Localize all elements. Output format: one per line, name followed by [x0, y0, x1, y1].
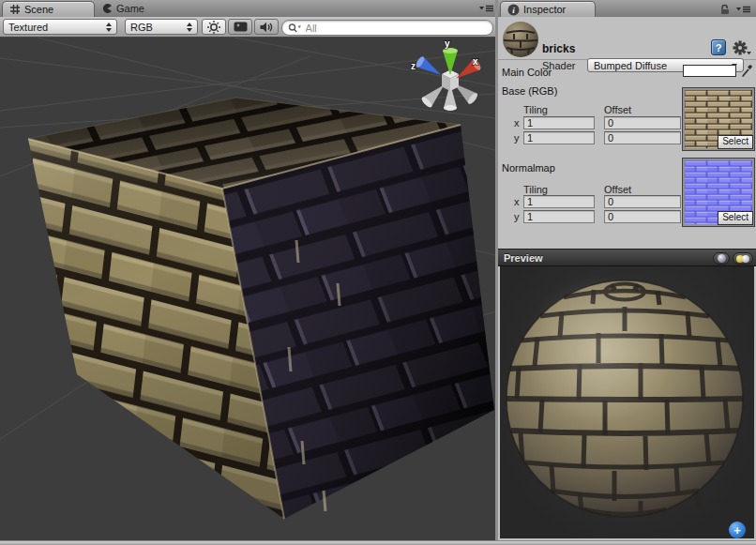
- normalmap-tiling-x-input[interactable]: [523, 195, 595, 208]
- preview-sphere: [500, 266, 754, 538]
- base-y-row-label: y: [514, 132, 520, 144]
- base-select-button[interactable]: Select: [718, 135, 753, 149]
- unity-editor-window: Scene Game Textured RGB: [0, 0, 756, 545]
- scene-lighting-toggle[interactable]: [202, 19, 226, 35]
- preview-title: Preview: [504, 252, 543, 264]
- window-bottom-edge: [0, 540, 756, 545]
- preview-mesh-button[interactable]: [713, 252, 730, 265]
- help-icon[interactable]: ?: [711, 39, 726, 55]
- gizmo-x-label: x: [473, 56, 478, 67]
- scene-grid-icon: [9, 4, 21, 15]
- normalmap-thumbnail[interactable]: Select: [683, 159, 754, 226]
- game-icon: [101, 3, 113, 14]
- normalmap-offset-y-input[interactable]: [604, 210, 681, 223]
- scene-tabbar: Scene Game: [0, 0, 495, 17]
- main-color-swatch[interactable]: [683, 65, 736, 77]
- inspector-menu-icon[interactable]: [736, 6, 750, 13]
- lock-icon[interactable]: [719, 4, 731, 14]
- tab-game[interactable]: Game: [101, 0, 144, 17]
- base-tiling-x-input[interactable]: [523, 116, 595, 129]
- tab-inspector[interactable]: i Inspector: [500, 1, 596, 17]
- brick-cube[interactable]: [28, 98, 494, 519]
- color-mode-dropdown[interactable]: RGB: [125, 19, 198, 35]
- tab-inspector-label: Inspector: [523, 4, 566, 15]
- updown-arrows-icon: [187, 23, 192, 32]
- normalmap-offset-header: Offset: [604, 184, 631, 195]
- gear-menu-icon[interactable]: [733, 40, 751, 56]
- scene-3d-view: y z x: [0, 38, 495, 540]
- inspector-tabbar: i Inspector: [498, 0, 756, 17]
- help-glyph: ?: [716, 42, 722, 53]
- scene-panel-menu-icon[interactable]: [479, 5, 493, 12]
- material-header: bricks Shader Bumped Diffuse ?: [498, 17, 756, 60]
- speaker-icon: [259, 21, 274, 34]
- image-icon: [234, 22, 248, 32]
- sphere-icon: [718, 254, 726, 263]
- normalmap-label: Normalmap: [502, 162, 555, 174]
- sun-icon: [206, 20, 221, 35]
- base-offset-x-input[interactable]: [604, 116, 681, 129]
- base-offset-header: Offset: [604, 104, 631, 115]
- normalmap-y-row-label: y: [514, 211, 520, 222]
- eyedropper-icon[interactable]: [741, 64, 753, 78]
- normalmap-tiling-header: Tiling: [523, 184, 548, 195]
- shader-value: Bumped Diffuse: [594, 60, 667, 71]
- add-button[interactable]: +: [729, 522, 746, 538]
- main-color-label: Main Color: [502, 67, 552, 78]
- tab-game-label: Game: [116, 3, 144, 14]
- scene-skybox-toggle[interactable]: [228, 19, 252, 35]
- white-light-icon: [742, 255, 749, 263]
- base-offset-y-input[interactable]: [604, 131, 681, 144]
- scene-panel: Scene Game Textured RGB: [0, 0, 495, 540]
- scene-audio-toggle[interactable]: [254, 19, 279, 35]
- updown-arrows-icon: [106, 23, 112, 32]
- normalmap-tiling-y-input[interactable]: [523, 210, 595, 223]
- tab-scene[interactable]: Scene: [2, 1, 95, 17]
- normalmap-select-button[interactable]: Select: [718, 211, 753, 225]
- base-texture-thumbnail[interactable]: Select: [683, 88, 754, 150]
- base-texture-label: Base (RGB): [502, 85, 557, 97]
- add-button-glyph: +: [733, 524, 741, 537]
- gizmo-y-label: y: [445, 38, 450, 49]
- base-tiling-y-input[interactable]: [523, 131, 595, 144]
- render-mode-value: Textured: [8, 22, 48, 33]
- scene-search-field[interactable]: [281, 20, 493, 36]
- info-icon: i: [507, 4, 520, 16]
- tab-scene-label: Scene: [24, 4, 53, 15]
- color-mode-value: RGB: [130, 22, 153, 33]
- gizmo-z-label: z: [411, 61, 416, 71]
- material-name: bricks: [542, 42, 575, 55]
- preview-header[interactable]: Preview: [498, 249, 756, 266]
- scene-toolbar: Textured RGB: [0, 17, 495, 38]
- base-tiling-header: Tiling: [523, 104, 548, 115]
- gizmo-y-axis[interactable]: [443, 48, 458, 75]
- material-preview-thumbnail[interactable]: [502, 21, 539, 58]
- search-icon: [288, 23, 301, 34]
- normalmap-offset-x-input[interactable]: [604, 195, 681, 208]
- inspector-panel: i Inspector: [498, 0, 756, 540]
- render-mode-dropdown[interactable]: Textured: [3, 19, 117, 35]
- scene-viewport[interactable]: y z x: [0, 38, 495, 540]
- scene-orientation-gizmo[interactable]: y z x: [411, 38, 482, 111]
- material-preview-area[interactable]: +: [500, 266, 754, 538]
- base-x-row-label: x: [514, 117, 520, 129]
- search-input[interactable]: [304, 22, 487, 35]
- preview-lighting-button[interactable]: [733, 252, 753, 265]
- normalmap-x-row-label: x: [514, 196, 520, 207]
